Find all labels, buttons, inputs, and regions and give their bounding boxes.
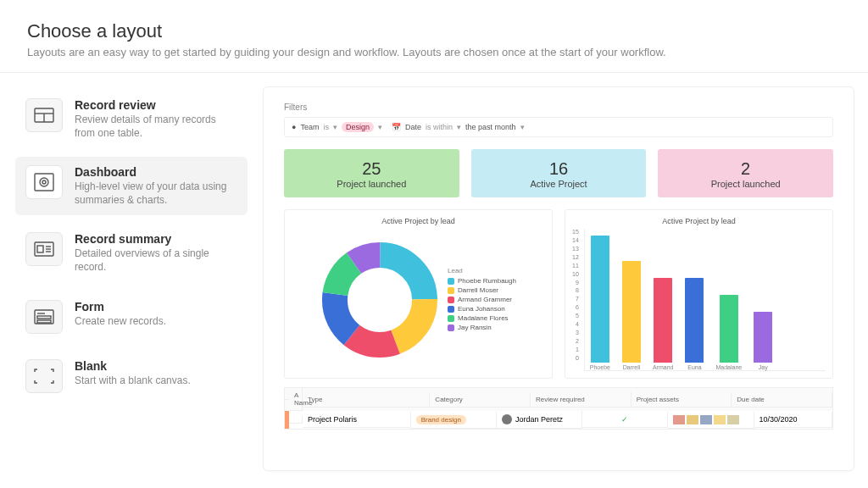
record-summary-icon <box>25 232 63 266</box>
chart-title: Active Project by lead <box>572 217 826 225</box>
layout-desc: Review details of many records from one … <box>75 114 237 140</box>
svg-rect-3 <box>35 174 53 191</box>
layout-option-record-review[interactable]: Record review Review details of many rec… <box>15 90 248 148</box>
layout-desc: Start with a blank canvas. <box>75 374 237 388</box>
stat-value: 16 <box>471 159 647 179</box>
row-checkbox[interactable] <box>289 416 303 424</box>
form-icon <box>25 300 63 334</box>
cell-due: 10/30/2020 <box>754 412 832 428</box>
chart-legend: Lead Phoebe RumbaughDarrell MoserArmand … <box>448 267 516 333</box>
stat-label: Project launched <box>658 179 833 189</box>
layout-desc: Detailed overviews of a single record. <box>75 247 237 274</box>
y-axis: 1514131211109876543210 <box>572 229 579 371</box>
bar-chart: Active Project by lead 15141312111098765… <box>565 209 833 379</box>
cell-type: Brand design <box>411 412 497 429</box>
cell-review: ✓ <box>582 412 668 428</box>
column-header[interactable]: Type <box>303 392 430 408</box>
dashboard-icon <box>25 165 63 199</box>
bar: Darrell <box>622 261 641 370</box>
filters-label: Filters <box>284 103 833 112</box>
filter-value[interactable]: the past month <box>465 123 516 131</box>
bar: Phoebe <box>590 236 610 370</box>
page-subtitle: Layouts are an easy way to get started b… <box>27 46 841 58</box>
layout-desc: Create new records. <box>75 315 237 329</box>
donut-svg <box>320 241 439 359</box>
cell-name: Project Polaris <box>303 412 411 428</box>
legend-header: Lead <box>448 267 516 274</box>
layout-sidebar: Record review Review details of many rec… <box>0 73 263 485</box>
stat-card: 2 Project launched <box>658 149 833 197</box>
layout-name: Dashboard <box>75 165 237 179</box>
dashboard-preview: Filters ● Team is▾ Design▾ 📅 Date is wit… <box>263 86 854 471</box>
cell-category: Jordan Peretz <box>497 411 582 429</box>
type-badge: Brand design <box>416 415 466 424</box>
svg-rect-14 <box>37 320 51 323</box>
stat-value: 2 <box>658 159 833 179</box>
stat-card: 16 Active Project <box>471 149 647 197</box>
filter-value[interactable]: Design <box>342 122 374 132</box>
table-row[interactable]: Project Polaris Brand design Jordan Pere… <box>285 411 832 429</box>
column-header[interactable]: Category <box>430 392 531 408</box>
filter-field: Date <box>405 123 421 131</box>
stat-label: Active Project <box>471 179 647 189</box>
layout-name: Blank <box>75 359 237 373</box>
layout-option-blank[interactable]: Blank Start with a blank canvas. <box>15 351 248 402</box>
legend-item: Phoebe Rumbaugh <box>448 277 516 285</box>
filter-field: Team <box>300 123 319 131</box>
filter-op[interactable]: is within <box>426 123 453 131</box>
record-review-icon <box>25 98 63 132</box>
svg-point-4 <box>40 178 48 186</box>
column-header[interactable]: Project assets <box>632 392 732 408</box>
bar: Euna <box>685 278 704 370</box>
layout-option-record-summary[interactable]: Record summary Detailed overviews of a s… <box>15 224 248 282</box>
filter-op[interactable]: is <box>323 123 329 131</box>
stat-card: 25 Project launched <box>284 149 459 197</box>
svg-rect-13 <box>37 316 51 319</box>
column-header[interactable]: A Name <box>289 388 303 411</box>
svg-point-20 <box>335 255 425 345</box>
bar: Armand <box>653 278 674 370</box>
column-header[interactable]: Review required <box>531 392 632 408</box>
page-title: Choose a layout <box>27 20 841 42</box>
layout-desc: High-level view of your data using summa… <box>75 180 237 207</box>
preview-table: A NameTypeCategoryReview requiredProject… <box>284 387 833 430</box>
stat-value: 25 <box>284 159 459 179</box>
stat-label: Project launched <box>284 179 459 189</box>
filter-bar[interactable]: ● Team is▾ Design▾ 📅 Date is within▾ the… <box>284 117 833 137</box>
legend-item: Jay Ransin <box>448 324 516 331</box>
layout-name: Form <box>75 300 237 313</box>
blank-icon <box>25 359 63 393</box>
bar: Madalane <box>715 295 742 370</box>
layout-name: Record review <box>75 98 237 112</box>
svg-point-5 <box>42 180 46 184</box>
chart-title: Active Project by lead <box>292 217 545 225</box>
donut-chart: Active Project by lead Lead Phoebe Rumba… <box>284 209 553 379</box>
layout-option-dashboard[interactable]: Dashboard High-level view of your data u… <box>15 157 248 215</box>
table-header: A NameTypeCategoryReview requiredProject… <box>285 388 832 411</box>
layout-name: Record summary <box>75 232 237 246</box>
cell-assets <box>668 412 754 429</box>
svg-rect-7 <box>37 246 43 252</box>
legend-item: Euna Johanson <box>448 305 516 313</box>
avatar-icon <box>502 414 512 424</box>
column-header[interactable]: Due date <box>732 392 832 408</box>
legend-item: Darrell Moser <box>448 286 516 294</box>
legend-item: Armand Grammer <box>448 296 516 303</box>
bars-area: PhoebeDarrellArmandEunaMadalaneJay <box>584 229 826 371</box>
layout-option-form[interactable]: Form Create new records. <box>15 291 248 342</box>
bar: Jay <box>754 312 772 370</box>
legend-item: Madalane Flores <box>448 314 516 322</box>
